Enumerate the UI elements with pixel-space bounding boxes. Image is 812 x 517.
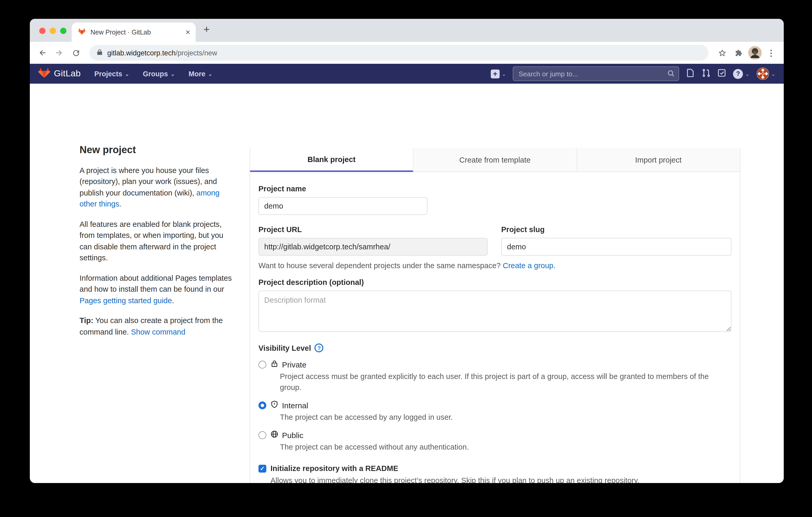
browser-tab[interactable]: New Project · GitLab ✕ [72, 23, 196, 42]
help-sidebar: New project A project is where you house… [80, 144, 233, 346]
maximize-window-button[interactable] [60, 28, 66, 34]
private-option-label[interactable]: Private [282, 360, 306, 369]
private-option-description: Project access must be granted explicitl… [280, 371, 731, 393]
project-name-input[interactable] [258, 197, 428, 215]
gitlab-navbar-right: + ⌄ [491, 66, 775, 81]
readme-description: Allows you to immediately clone this pro… [270, 476, 731, 483]
global-search [513, 66, 679, 81]
minimize-window-button[interactable] [50, 28, 56, 34]
tab-close-icon[interactable]: ✕ [185, 29, 191, 36]
screen: New Project · GitLab ✕ + gitlab.widgetco… [0, 0, 812, 517]
visibility-option-public: Public The project can be accessed witho… [258, 430, 731, 453]
internal-radio[interactable] [258, 401, 266, 409]
blank-project-form: Project name Project URL Project slug Wa… [250, 172, 740, 483]
gitlab-wordmark: GitLab [54, 68, 81, 79]
sidebar-tip: Tip: You can also create a project from … [80, 315, 233, 338]
gitlab-navbar: GitLab Projects⌄ Groups⌄ More⌄ + ⌄ [30, 64, 784, 84]
internal-option-description: The project can be accessed by any logge… [280, 412, 731, 423]
nav-item-more[interactable]: More⌄ [188, 70, 212, 78]
project-url-label: Project URL [258, 225, 488, 234]
traffic-lights [39, 28, 66, 34]
gitlab-brand[interactable]: GitLab [38, 67, 81, 81]
reload-icon[interactable] [68, 45, 83, 60]
new-menu-button[interactable]: + ⌄ [491, 69, 506, 78]
visibility-help-icon[interactable]: ? [315, 343, 324, 352]
forward-icon[interactable] [52, 45, 66, 60]
chevron-down-icon: ⌄ [208, 71, 212, 77]
tab-title: New Project · GitLab [90, 29, 180, 36]
plus-icon: + [491, 69, 500, 78]
nav-item-projects[interactable]: Projects⌄ [94, 70, 129, 78]
project-slug-label: Project slug [501, 225, 731, 234]
visibility-level-label: Visibility Level [258, 344, 311, 352]
browser-menu-kebab-icon[interactable]: ⋮ [764, 45, 779, 60]
user-menu-button[interactable]: ⌄ [756, 67, 775, 80]
tab-blank-project[interactable]: Blank project [250, 148, 413, 172]
extensions-puzzle-icon[interactable] [731, 45, 746, 60]
project-slug-group: Project slug [501, 225, 731, 255]
visibility-header: Visibility Level ? [258, 343, 731, 352]
tab-import-project[interactable]: Import project [577, 148, 740, 172]
chevron-down-icon: ⌄ [171, 71, 175, 77]
merge-request-icon[interactable] [702, 68, 710, 79]
public-radio[interactable] [258, 431, 266, 439]
chevron-down-icon: ⌄ [125, 71, 129, 77]
lock-icon [270, 360, 278, 370]
readme-checkbox[interactable]: ✓ [258, 464, 266, 472]
bookmark-star-icon[interactable] [715, 45, 729, 60]
page-content: New project A project is where you house… [30, 84, 784, 483]
browser-window: New Project · GitLab ✕ + gitlab.widgetco… [30, 19, 784, 483]
browser-toolbar: gitlab.widgetcorp.tech/projects/new ⋮ [30, 42, 784, 64]
project-description-textarea[interactable] [258, 291, 731, 332]
gitlab-nav-links: Projects⌄ Groups⌄ More⌄ [94, 70, 212, 78]
pages-guide-link[interactable]: Pages getting started guide [80, 296, 172, 304]
readme-group: ✓ Initialize repository with a README Al… [258, 464, 731, 483]
globe-icon [270, 430, 278, 440]
visibility-option-internal: Internal The project can be accessed by … [258, 400, 731, 423]
tab-create-from-template[interactable]: Create from template [413, 148, 577, 172]
shield-icon [270, 400, 278, 410]
private-radio[interactable] [258, 361, 266, 368]
url-path: /projects/new [176, 49, 217, 57]
gitlab-logo-icon [38, 67, 50, 81]
project-description-label: Project description (optional) [258, 278, 731, 286]
nav-item-groups[interactable]: Groups⌄ [143, 70, 175, 78]
url-bar[interactable]: gitlab.widgetcorp.tech/projects/new [89, 45, 708, 61]
help-icon: ? [733, 69, 743, 79]
sidebar-paragraph: Information about additional Pages templ… [80, 273, 233, 306]
project-url-input[interactable] [258, 238, 488, 255]
description-group: Project description (optional) [258, 278, 731, 334]
project-type-tabs: Blank project Create from template Impor… [250, 148, 740, 172]
namespace-hint: Want to house several dependent projects… [258, 262, 731, 270]
browser-profile-avatar[interactable] [748, 46, 762, 60]
url-domain: gitlab.widgetcorp.tech [107, 49, 176, 57]
search-input[interactable] [513, 66, 679, 81]
help-menu-button[interactable]: ? ⌄ [733, 69, 750, 79]
public-option-label[interactable]: Public [282, 431, 303, 439]
browser-tab-strip: New Project · GitLab ✕ + [30, 19, 784, 42]
new-tab-button[interactable]: + [204, 24, 209, 35]
project-url-group: Project URL [258, 225, 488, 255]
public-option-description: The project can be accessed without any … [280, 442, 731, 453]
project-name-label: Project name [258, 185, 731, 193]
show-command-link[interactable]: Show command [131, 328, 185, 336]
gitlab-favicon [78, 27, 86, 37]
back-icon[interactable] [35, 45, 50, 60]
todos-icon[interactable] [717, 68, 726, 79]
new-project-panel: Blank project Create from template Impor… [250, 148, 740, 483]
user-avatar [756, 67, 769, 80]
internal-option-label[interactable]: Internal [282, 401, 308, 410]
url-text: gitlab.widgetcorp.tech/projects/new [107, 49, 217, 57]
readme-label[interactable]: Initialize repository with a README [270, 464, 398, 473]
chevron-down-icon: ⌄ [502, 71, 506, 77]
close-window-button[interactable] [39, 28, 46, 34]
url-slug-row: Project URL Project slug [258, 225, 731, 255]
issues-icon[interactable] [686, 68, 695, 79]
create-group-link[interactable]: Create a group. [503, 262, 556, 270]
visibility-option-private: Private Project access must be granted e… [258, 360, 731, 393]
sidebar-paragraph: All features are enabled for blank proje… [80, 219, 233, 264]
tip-label: Tip: [80, 316, 93, 325]
page-title: New project [80, 144, 233, 155]
chevron-down-icon: ⌄ [745, 71, 750, 77]
project-slug-input[interactable] [501, 238, 731, 255]
